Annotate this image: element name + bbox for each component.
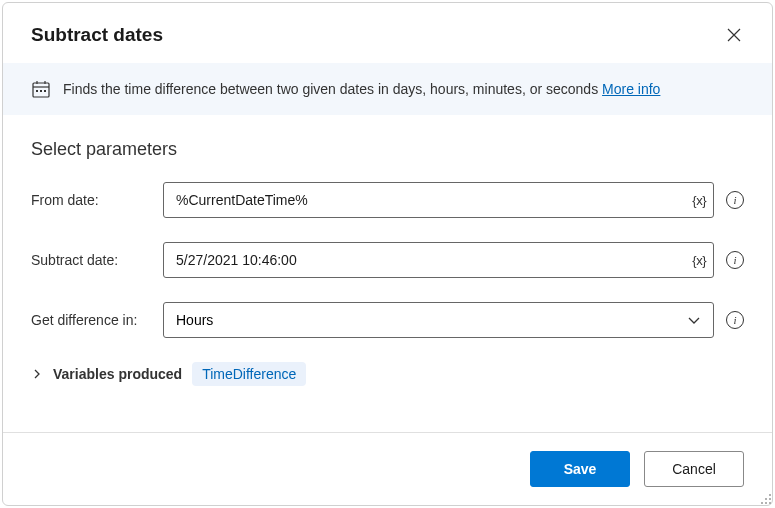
svg-point-8 (769, 498, 771, 500)
chevron-down-icon (687, 313, 701, 327)
chevron-right-icon[interactable] (31, 368, 43, 380)
svg-point-11 (765, 502, 767, 504)
svg-point-7 (769, 494, 771, 496)
from-date-row: From date: {x} i (31, 182, 744, 218)
save-button[interactable]: Save (530, 451, 630, 487)
variables-produced-label: Variables produced (53, 366, 182, 382)
subtract-date-input-wrap: {x} (163, 242, 714, 278)
dialog-title: Subtract dates (31, 24, 163, 46)
svg-point-12 (761, 502, 763, 504)
svg-rect-4 (36, 90, 38, 92)
svg-rect-5 (40, 90, 42, 92)
more-info-link[interactable]: More info (602, 81, 660, 97)
section-title: Select parameters (31, 139, 744, 160)
svg-point-9 (765, 498, 767, 500)
svg-point-10 (769, 502, 771, 504)
get-difference-row: Get difference in: Hours i (31, 302, 744, 338)
dialog-header: Subtract dates (3, 3, 772, 63)
svg-rect-6 (44, 90, 46, 92)
get-difference-select-wrap: Hours (163, 302, 714, 338)
close-button[interactable] (720, 21, 748, 49)
get-difference-select[interactable]: Hours (163, 302, 714, 338)
from-date-label: From date: (31, 192, 163, 208)
info-banner: Finds the time difference between two gi… (3, 63, 772, 115)
variable-picker-icon[interactable]: {x} (692, 193, 706, 208)
info-icon[interactable]: i (726, 251, 744, 269)
info-icon[interactable]: i (726, 191, 744, 209)
dialog-footer: Save Cancel (3, 432, 772, 505)
parameters-section: Select parameters From date: {x} i Subtr… (3, 115, 772, 432)
from-date-input[interactable] (163, 182, 714, 218)
variable-picker-icon[interactable]: {x} (692, 253, 706, 268)
get-difference-value: Hours (176, 312, 213, 328)
subtract-date-input[interactable] (163, 242, 714, 278)
info-banner-text: Finds the time difference between two gi… (63, 81, 660, 97)
subtract-dates-dialog: Subtract dates Finds the time difference… (2, 2, 773, 506)
cancel-button[interactable]: Cancel (644, 451, 744, 487)
subtract-date-row: Subtract date: {x} i (31, 242, 744, 278)
close-icon (727, 28, 741, 42)
variable-chip-timedifference[interactable]: TimeDifference (192, 362, 306, 386)
subtract-date-label: Subtract date: (31, 252, 163, 268)
info-icon[interactable]: i (726, 311, 744, 329)
banner-description: Finds the time difference between two gi… (63, 81, 602, 97)
get-difference-label: Get difference in: (31, 312, 163, 328)
resize-grip-icon[interactable] (760, 493, 772, 505)
calendar-icon (31, 79, 51, 99)
variables-produced-row: Variables produced TimeDifference (31, 362, 744, 386)
from-date-input-wrap: {x} (163, 182, 714, 218)
